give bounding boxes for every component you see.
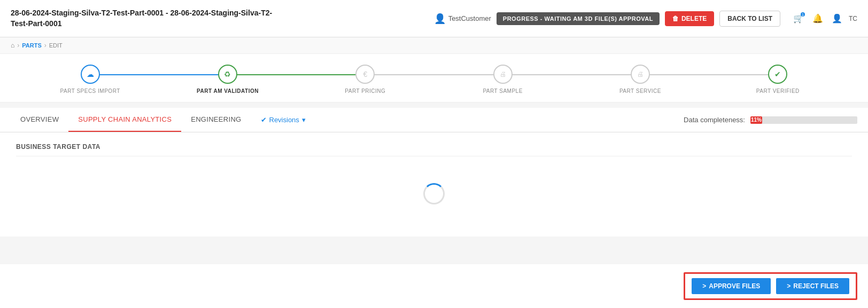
- revisions-label: Revisions: [269, 116, 299, 124]
- step-line-5: [640, 74, 778, 75]
- step-label-4: PART SAMPLE: [483, 88, 522, 94]
- bell-icon: 🔔: [812, 14, 823, 23]
- section-title: BUSINESS TARGET DATA: [16, 143, 852, 156]
- step-part-verified: ✔ PART VERIFIED: [709, 65, 847, 94]
- completeness-label: Data completeness:: [684, 116, 745, 124]
- notifications-button[interactable]: 🔔: [810, 11, 825, 26]
- page-title: 28-06-2024-Staging-Silva-T2-Test-Part-00…: [11, 8, 278, 29]
- data-completeness: Data completeness: 11%: [684, 116, 857, 124]
- step-line-1: [90, 74, 228, 75]
- cart-badge: 1: [801, 12, 805, 17]
- step-circle-1: ☁: [81, 65, 100, 84]
- user-icon: 👤: [434, 13, 446, 25]
- loading-area: [16, 162, 852, 226]
- tabs-container: OVERVIEW SUPPLY CHAIN ANALYTICS ENGINEER…: [0, 108, 868, 132]
- breadcrumb-sep2: ›: [44, 42, 46, 49]
- breadcrumb: ⌂ › PARTS › EDIT: [0, 37, 868, 54]
- main-content: BUSINESS TARGET DATA: [0, 132, 868, 236]
- step-label-2: PART AM VALIDATION: [197, 88, 259, 94]
- tab-overview[interactable]: OVERVIEW: [11, 108, 68, 132]
- user-info: 👤 TestCustomer: [434, 13, 491, 25]
- loading-spinner: [423, 183, 445, 204]
- step-part-service: 🖨 PART SERVICE: [571, 65, 709, 94]
- step-line-3: [365, 74, 502, 75]
- breadcrumb-sep1: ›: [17, 42, 19, 49]
- header-icons: 🛒 1 🔔 👤 TC: [791, 11, 857, 26]
- trash-icon: 🗑: [672, 15, 679, 22]
- step-line-4: [503, 74, 640, 75]
- header-right: 👤 TestCustomer PROGRESS - WAITING AM 3D …: [434, 11, 857, 27]
- delete-button[interactable]: 🗑 DELETE: [665, 11, 714, 26]
- user-name: TestCustomer: [448, 14, 491, 22]
- tab-revisions[interactable]: ✔ Revisions ▾: [251, 108, 315, 131]
- step-circle-3: €: [355, 65, 375, 84]
- cart-button[interactable]: 🛒 1: [791, 11, 806, 26]
- tc-label: TC: [849, 15, 857, 22]
- step-part-am-validation: ♻ PART AM VALIDATION: [159, 65, 296, 94]
- breadcrumb-parts[interactable]: PARTS: [22, 42, 41, 49]
- person-icon: 👤: [832, 14, 842, 23]
- completeness-bar-container: 11%: [750, 116, 857, 124]
- step-line-2: [228, 74, 365, 75]
- tab-supply-chain-analytics[interactable]: SUPPLY CHAIN ANALYTICS: [68, 108, 181, 132]
- revisions-check-icon: ✔: [261, 116, 267, 124]
- steps: ☁ PART SPECS IMPORT ♻ PART AM VALIDATION…: [21, 65, 847, 94]
- tabs: OVERVIEW SUPPLY CHAIN ANALYTICS ENGINEER…: [11, 108, 315, 132]
- revisions-dropdown-icon: ▾: [302, 116, 306, 124]
- user-button[interactable]: 👤: [830, 11, 844, 26]
- step-circle-2: ♻: [218, 65, 237, 84]
- steps-container: ☁ PART SPECS IMPORT ♻ PART AM VALIDATION…: [0, 54, 868, 102]
- tab-engineering[interactable]: ENGINEERING: [181, 108, 251, 132]
- header: 28-06-2024-Staging-Silva-T2-Test-Part-00…: [0, 0, 868, 37]
- step-part-specs-import: ☁ PART SPECS IMPORT: [21, 65, 159, 94]
- step-circle-5: 🖨: [631, 65, 650, 84]
- completeness-value: 11%: [751, 117, 762, 123]
- step-part-sample: 🖨 PART SAMPLE: [434, 65, 571, 94]
- step-label-5: PART SERVICE: [619, 88, 661, 94]
- step-circle-4: 🖨: [493, 65, 513, 84]
- back-to-list-button[interactable]: BACK TO LIST: [719, 11, 780, 27]
- step-part-pricing: € PART PRICING: [297, 65, 434, 94]
- step-label-3: PART PRICING: [345, 88, 385, 94]
- breadcrumb-current: EDIT: [49, 42, 63, 49]
- step-label-6: PART VERIFIED: [756, 88, 800, 94]
- step-circle-6: ✔: [768, 65, 787, 84]
- completeness-bar: 11%: [750, 116, 762, 124]
- step-label-1: PART SPECS IMPORT: [60, 88, 120, 94]
- status-badge: PROGRESS - WAITING AM 3D FILE(S) APPROVA…: [497, 12, 660, 25]
- home-icon: ⌂: [11, 42, 14, 49]
